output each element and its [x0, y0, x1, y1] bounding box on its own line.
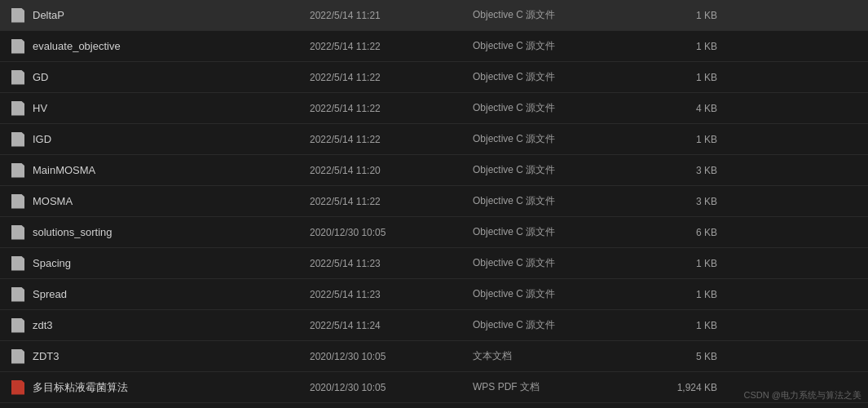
file-date: 2022/5/14 11:22: [310, 103, 473, 114]
file-icon: [10, 8, 26, 23]
doc-icon: [11, 101, 24, 116]
file-type: Objective C 源文件: [473, 225, 652, 239]
file-type: Objective C 源文件: [473, 163, 652, 177]
file-name: 多目标粘液霉菌算法: [33, 380, 310, 395]
file-name: MainMOSMA: [33, 164, 310, 176]
file-date: 2022/5/14 11:22: [310, 134, 473, 145]
file-type: Objective C 源文件: [473, 39, 652, 53]
file-icon: [10, 39, 26, 54]
file-type: Objective C 源文件: [473, 287, 652, 301]
doc-icon: [11, 225, 24, 240]
file-list: DeltaP2022/5/14 11:21Objective C 源文件1 KB…: [0, 0, 868, 403]
file-size: 1 KB: [652, 289, 717, 300]
file-name: Spread: [33, 288, 310, 300]
table-row[interactable]: GD2022/5/14 11:22Objective C 源文件1 KB: [0, 62, 868, 93]
file-icon: [10, 163, 26, 178]
table-row[interactable]: solutions_sorting2020/12/30 10:05Objecti…: [0, 217, 868, 248]
file-name: ZDT3: [33, 350, 310, 362]
file-name: GD: [33, 71, 310, 83]
file-name: evaluate_objective: [33, 40, 310, 52]
file-icon: [10, 101, 26, 116]
file-type: 文本文档: [473, 349, 652, 363]
file-date: 2022/5/14 11:21: [310, 10, 473, 21]
file-name: HV: [33, 102, 310, 114]
file-date: 2022/5/14 11:20: [310, 165, 473, 176]
table-row[interactable]: Spacing2022/5/14 11:23Objective C 源文件1 K…: [0, 248, 868, 279]
doc-icon: [11, 70, 24, 85]
file-icon: [10, 70, 26, 85]
doc-icon: [11, 194, 24, 209]
doc-icon: [11, 287, 24, 302]
doc-icon: [11, 349, 24, 364]
file-size: 1,924 KB: [652, 382, 717, 393]
table-row[interactable]: MainMOSMA2022/5/14 11:20Objective C 源文件3…: [0, 155, 868, 186]
file-size: 1 KB: [652, 41, 717, 52]
file-date: 2020/12/30 10:05: [310, 382, 473, 393]
file-size: 3 KB: [652, 165, 717, 176]
table-row[interactable]: Spread2022/5/14 11:23Objective C 源文件1 KB: [0, 279, 868, 310]
file-type: Objective C 源文件: [473, 256, 652, 270]
table-row[interactable]: 多目标粘液霉菌算法2020/12/30 10:05WPS PDF 文档1,924…: [0, 372, 868, 403]
file-date: 2022/5/14 11:22: [310, 41, 473, 52]
file-size: 1 KB: [652, 134, 717, 145]
file-size: 1 KB: [652, 10, 717, 21]
file-date: 2022/5/14 11:22: [310, 72, 473, 83]
file-date: 2022/5/14 11:24: [310, 320, 473, 331]
doc-icon: [11, 163, 24, 178]
file-date: 2022/5/14 11:23: [310, 258, 473, 269]
file-name: solutions_sorting: [33, 226, 310, 238]
file-icon: [10, 380, 26, 395]
file-type: Objective C 源文件: [473, 70, 652, 84]
table-row[interactable]: ZDT32020/12/30 10:05文本文档5 KB: [0, 341, 868, 372]
file-type: Objective C 源文件: [473, 132, 652, 146]
table-row[interactable]: zdt32022/5/14 11:24Objective C 源文件1 KB: [0, 310, 868, 341]
table-row[interactable]: IGD2022/5/14 11:22Objective C 源文件1 KB: [0, 124, 868, 155]
file-type: Objective C 源文件: [473, 194, 652, 208]
file-name: DeltaP: [33, 9, 310, 21]
file-name: zdt3: [33, 319, 310, 331]
file-name: Spacing: [33, 257, 310, 269]
file-date: 2022/5/14 11:22: [310, 196, 473, 207]
table-row[interactable]: DeltaP2022/5/14 11:21Objective C 源文件1 KB: [0, 0, 868, 31]
file-icon: [10, 287, 26, 302]
file-icon: [10, 318, 26, 333]
file-size: 5 KB: [652, 351, 717, 362]
pdf-icon: [11, 380, 24, 395]
doc-icon: [11, 318, 24, 333]
file-size: 4 KB: [652, 103, 717, 114]
file-icon: [10, 256, 26, 271]
file-icon: [10, 132, 26, 147]
doc-icon: [11, 132, 24, 147]
file-size: 1 KB: [652, 72, 717, 83]
watermark: CSDN @电力系统与算法之美: [744, 389, 861, 401]
file-type: WPS PDF 文档: [473, 380, 652, 394]
file-type: Objective C 源文件: [473, 318, 652, 332]
file-size: 3 KB: [652, 196, 717, 207]
file-size: 1 KB: [652, 320, 717, 331]
table-row[interactable]: MOSMA2022/5/14 11:22Objective C 源文件3 KB: [0, 186, 868, 217]
table-row[interactable]: evaluate_objective2022/5/14 11:22Objecti…: [0, 31, 868, 62]
file-icon: [10, 349, 26, 364]
doc-icon: [11, 256, 24, 271]
file-date: 2020/12/30 10:05: [310, 351, 473, 362]
doc-icon: [11, 39, 24, 54]
doc-icon: [11, 8, 24, 23]
file-type: Objective C 源文件: [473, 101, 652, 115]
file-date: 2022/5/14 11:23: [310, 289, 473, 300]
file-date: 2020/12/30 10:05: [310, 227, 473, 238]
table-row[interactable]: HV2022/5/14 11:22Objective C 源文件4 KB: [0, 93, 868, 124]
file-size: 1 KB: [652, 258, 717, 269]
file-size: 6 KB: [652, 227, 717, 238]
file-name: IGD: [33, 133, 310, 145]
file-icon: [10, 194, 26, 209]
file-name: MOSMA: [33, 195, 310, 207]
file-type: Objective C 源文件: [473, 8, 652, 22]
file-icon: [10, 225, 26, 240]
